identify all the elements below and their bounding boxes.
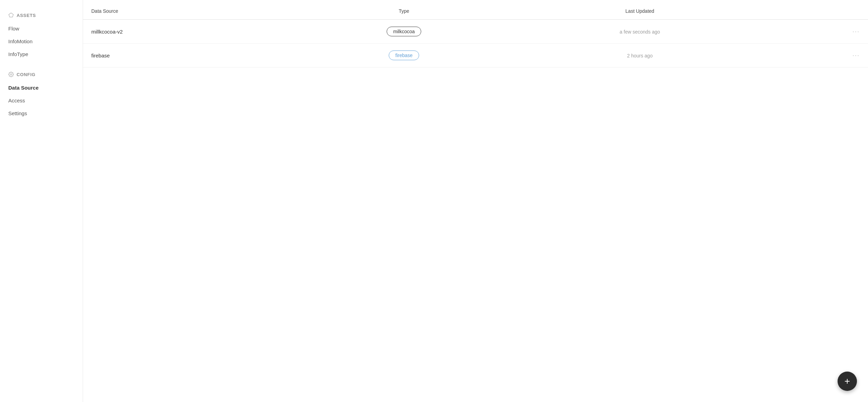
assets-nav: Flow InfoMotion InfoType xyxy=(0,22,83,61)
row-2-actions: ··· xyxy=(764,44,868,67)
data-sources-table: Data Source Type Last Updated millkcocoa… xyxy=(83,3,868,67)
row-1-timestamp: a few seconds ago xyxy=(620,29,660,35)
col-header-type: Type xyxy=(292,3,516,20)
config-nav: Data Source Access Settings xyxy=(0,81,83,120)
add-button[interactable]: + xyxy=(838,372,857,391)
sidebar-item-infotype[interactable]: InfoType xyxy=(0,48,83,61)
diamond-icon xyxy=(8,12,14,18)
svg-marker-0 xyxy=(9,13,13,17)
row-1-type-cell: milkcocoa xyxy=(292,20,516,44)
row-1-more-menu[interactable]: ··· xyxy=(852,28,860,35)
row-2-name: firebase xyxy=(83,44,292,67)
assets-section-header: ASSETS xyxy=(0,8,83,22)
row-2-more-menu[interactable]: ··· xyxy=(852,52,860,59)
sidebar-item-flow[interactable]: Flow xyxy=(0,22,83,35)
table-row: millkcocoa-v2 milkcocoa a few seconds ag… xyxy=(83,20,868,44)
gear-icon xyxy=(8,72,14,77)
row-2-type-cell: firebase xyxy=(292,44,516,67)
row-2-timestamp: 2 hours ago xyxy=(627,53,653,58)
sidebar-item-data-source-label: Data Source xyxy=(8,85,39,91)
sidebar-item-settings-label: Settings xyxy=(8,110,27,116)
row-2-type-badge[interactable]: firebase xyxy=(389,51,419,60)
col-header-last-updated: Last Updated xyxy=(516,3,764,20)
row-1-last-updated: a few seconds ago xyxy=(516,20,764,44)
col-header-data-source: Data Source xyxy=(83,3,292,20)
table-row: firebase firebase 2 hours ago ··· xyxy=(83,44,868,67)
row-1-name: millkcocoa-v2 xyxy=(83,20,292,44)
sidebar-item-infomotion[interactable]: InfoMotion xyxy=(0,35,83,48)
table-container: Data Source Type Last Updated millkcocoa… xyxy=(83,0,868,70)
sidebar-divider xyxy=(0,61,83,67)
row-1-type-badge[interactable]: milkcocoa xyxy=(387,27,421,36)
config-label: CONFIG xyxy=(17,72,35,77)
sidebar-item-infomotion-label: InfoMotion xyxy=(8,38,33,44)
main-content: Data Source Type Last Updated millkcocoa… xyxy=(83,0,868,402)
table-header-row: Data Source Type Last Updated xyxy=(83,3,868,20)
sidebar: ASSETS Flow InfoMotion InfoType CONFIG D… xyxy=(0,0,83,402)
add-icon: + xyxy=(844,376,850,386)
config-section-header: CONFIG xyxy=(0,67,83,81)
sidebar-item-access-label: Access xyxy=(8,98,25,103)
sidebar-item-data-source[interactable]: Data Source xyxy=(0,81,83,94)
row-2-last-updated: 2 hours ago xyxy=(516,44,764,67)
svg-point-1 xyxy=(10,74,12,75)
sidebar-item-settings[interactable]: Settings xyxy=(0,107,83,120)
sidebar-item-infotype-label: InfoType xyxy=(8,51,28,57)
col-header-actions xyxy=(764,3,868,20)
row-1-actions: ··· xyxy=(764,20,868,44)
sidebar-item-access[interactable]: Access xyxy=(0,94,83,107)
sidebar-item-flow-label: Flow xyxy=(8,26,19,31)
assets-label: ASSETS xyxy=(17,13,36,18)
